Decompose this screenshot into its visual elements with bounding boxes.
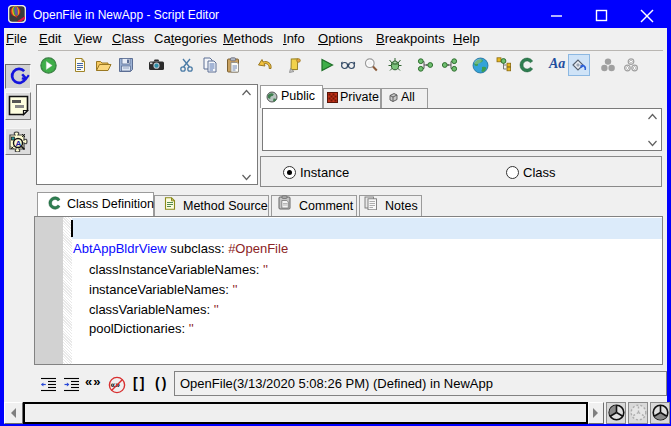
- svg-text:«»: «»: [111, 380, 121, 390]
- svg-text:A: A: [16, 139, 22, 148]
